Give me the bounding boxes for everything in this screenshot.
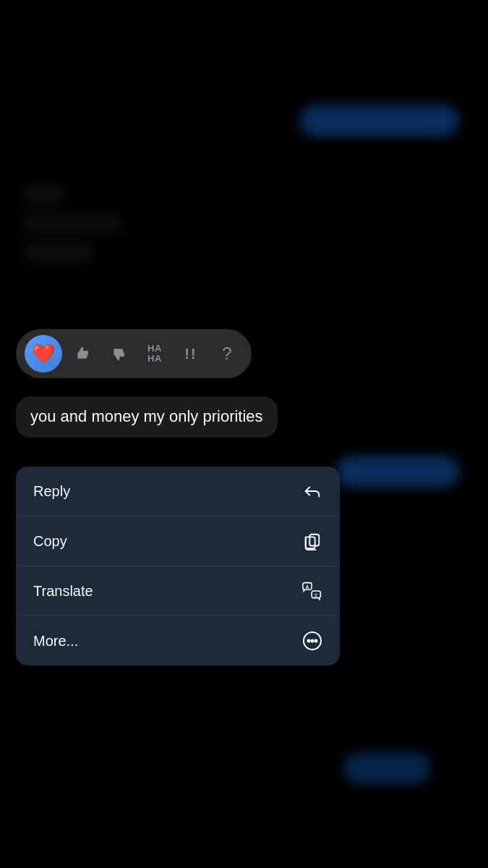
translate-icon: A 文 [302, 581, 322, 601]
reply-label: Reply [33, 483, 70, 500]
reply-menu-item[interactable]: Reply [16, 467, 340, 516]
svg-point-7 [308, 640, 310, 642]
svg-rect-1 [306, 537, 315, 548]
haha-reaction-button[interactable]: HAHA [139, 338, 171, 370]
context-menu: Reply Copy Translate A [16, 467, 340, 665]
copy-label: Copy [33, 533, 67, 550]
svg-text:A: A [305, 584, 309, 590]
translate-label: Translate [33, 583, 93, 600]
copy-menu-item[interactable]: Copy [16, 516, 340, 566]
wow-reaction-button[interactable]: !! [175, 338, 207, 370]
translate-menu-item[interactable]: Translate A 文 [16, 566, 340, 616]
more-menu-item[interactable]: More... [16, 616, 340, 665]
reply-icon [302, 481, 322, 501]
heart-reaction-button[interactable]: ❤️ [25, 335, 62, 373]
question-reaction-button[interactable]: ? [211, 338, 243, 370]
more-label: More... [33, 633, 78, 650]
thumbsdown-reaction-button[interactable] [103, 338, 134, 370]
copy-icon [302, 531, 322, 551]
message-text: you and money my only priorities [30, 407, 263, 425]
message-bubble: you and money my only priorities [16, 396, 278, 438]
more-icon [302, 631, 322, 651]
svg-rect-0 [309, 535, 319, 546]
svg-point-8 [312, 640, 314, 642]
reaction-bar: ❤️ HAHA !! ? [16, 329, 252, 378]
svg-point-9 [315, 640, 317, 642]
thumbsup-reaction-button[interactable] [67, 338, 98, 370]
svg-text:文: 文 [314, 592, 318, 597]
